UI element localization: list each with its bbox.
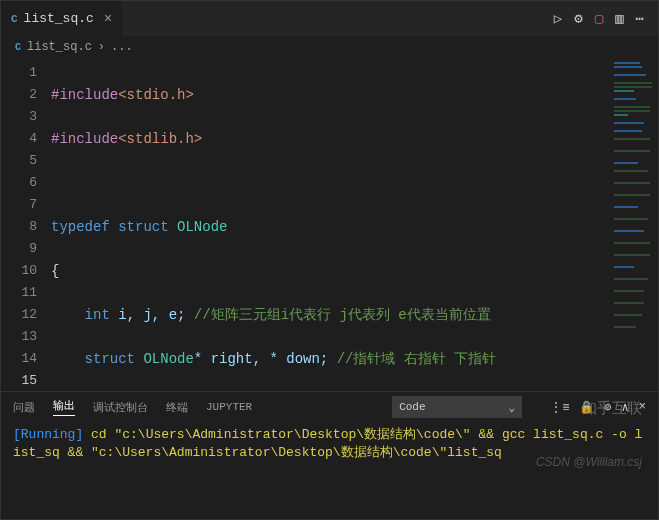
- stop-icon[interactable]: ▢: [595, 10, 603, 27]
- line-number: 10: [1, 260, 37, 282]
- bottom-panel: 问题 输出 调试控制台 终端 JUPYTER Code ⌄ ⋮≡ 🔒 ⊘ ∧ ×…: [1, 391, 658, 519]
- select-value: Code: [399, 401, 425, 413]
- code-area[interactable]: #include<stdio.h> #include<stdlib.h> typ…: [51, 58, 610, 391]
- line-number: 7: [1, 194, 37, 216]
- breadcrumb-file: list_sq.c: [27, 40, 92, 54]
- line-number: 11: [1, 282, 37, 304]
- line-number: 2: [1, 84, 37, 106]
- run-icon[interactable]: ▷: [554, 10, 562, 27]
- tab-jupyter[interactable]: JUPYTER: [206, 401, 252, 413]
- line-number: 8: [1, 216, 37, 238]
- running-tag: [Running]: [13, 427, 83, 442]
- breadcrumb-more: ...: [111, 40, 133, 54]
- code-editor[interactable]: 1 2 3 4 5 6 7 8 9 10 11 12 13 14 15 16 #…: [1, 58, 658, 391]
- editor-window: C list_sq.c × ▷ ⚙ ▢ ▥ ⋯ C list_sq.c › ..…: [0, 0, 659, 520]
- split-editor-icon[interactable]: ▥: [615, 10, 623, 27]
- line-number: 9: [1, 238, 37, 260]
- tab-debug-console[interactable]: 调试控制台: [93, 400, 148, 415]
- line-number: 3: [1, 106, 37, 128]
- output-content[interactable]: [Running] cd "c:\Users\Administrator\Des…: [1, 422, 658, 519]
- c-file-icon: C: [11, 13, 18, 25]
- chevron-right-icon: ›: [98, 40, 105, 54]
- tab-actions: ▷ ⚙ ▢ ▥ ⋯: [554, 10, 658, 27]
- line-number: 4: [1, 128, 37, 150]
- line-number: 15: [1, 370, 37, 391]
- line-number: 5: [1, 150, 37, 172]
- tab-terminal[interactable]: 终端: [166, 400, 188, 415]
- gear-icon[interactable]: ⚙: [574, 10, 582, 27]
- line-number: 12: [1, 304, 37, 326]
- line-number: 1: [1, 62, 37, 84]
- c-file-icon: C: [15, 42, 21, 53]
- line-number: 6: [1, 172, 37, 194]
- output-channel-select[interactable]: Code ⌄: [392, 396, 522, 418]
- tab-bar: C list_sq.c × ▷ ⚙ ▢ ▥ ⋯: [1, 1, 658, 36]
- breadcrumb[interactable]: C list_sq.c › ...: [1, 36, 658, 58]
- line-gutter: 1 2 3 4 5 6 7 8 9 10 11 12 13 14 15 16: [1, 58, 51, 391]
- tab-problems[interactable]: 问题: [13, 400, 35, 415]
- line-number: 13: [1, 326, 37, 348]
- close-icon[interactable]: ×: [104, 11, 112, 27]
- minimap[interactable]: [610, 58, 658, 391]
- tab-filename: list_sq.c: [24, 11, 94, 26]
- line-number: 14: [1, 348, 37, 370]
- more-icon[interactable]: ⋯: [636, 10, 644, 27]
- tabs: C list_sq.c ×: [1, 1, 123, 36]
- chevron-down-icon: ⌄: [509, 401, 516, 414]
- watermark: 知乎互联 CSDN @William.csj: [536, 363, 642, 507]
- tab-output[interactable]: 输出: [53, 398, 75, 416]
- tab-list-sq[interactable]: C list_sq.c ×: [1, 1, 123, 36]
